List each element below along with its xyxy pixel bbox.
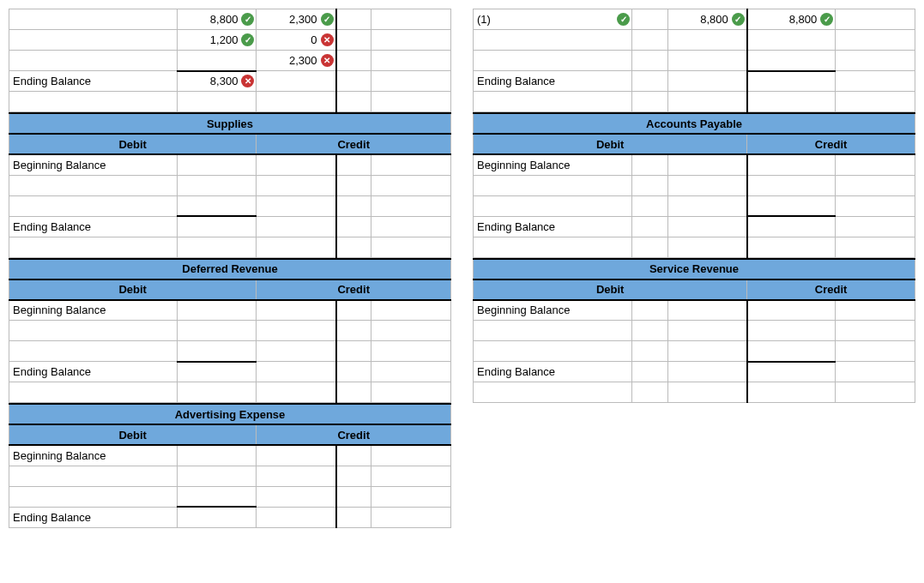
cell[interactable] bbox=[9, 9, 178, 30]
ending-balance-label: Ending Balance bbox=[9, 507, 178, 527]
value: 1,200 bbox=[210, 33, 239, 46]
value: 2,300 bbox=[289, 13, 317, 26]
account-title: Accounts Payable bbox=[474, 113, 915, 134]
account-title: Supplies bbox=[9, 113, 451, 134]
debit-header: Debit bbox=[474, 134, 747, 154]
value: 8,800 bbox=[789, 13, 818, 26]
credit-header: Credit bbox=[257, 134, 451, 154]
value: (1) bbox=[477, 13, 491, 26]
debit-header: Debit bbox=[9, 279, 257, 300]
value: 2,300 bbox=[289, 54, 317, 67]
credit-header: Credit bbox=[257, 424, 451, 445]
check-icon: ✓ bbox=[820, 13, 833, 26]
value: 0 bbox=[311, 33, 317, 46]
credit-header: Credit bbox=[257, 279, 451, 300]
deferred-revenue-table: Deferred Revenue DebitCredit Beginning B… bbox=[9, 258, 451, 404]
supplies-table: Supplies DebitCredit Beginning Balance E… bbox=[9, 112, 451, 258]
right-top-table: (1)✓ 8,800✓ 8,800✓ Ending Balance bbox=[473, 9, 915, 112]
beginning-balance-label: Beginning Balance bbox=[9, 445, 178, 466]
left-top-table: 8,800✓ 2,300✓ 1,200✓ 0✕ 2,300✕ Ending Ba… bbox=[9, 9, 451, 112]
service-revenue-table: Service Revenue DebitCredit Beginning Ba… bbox=[473, 258, 915, 404]
account-title: Advertising Expense bbox=[9, 404, 451, 424]
credit-header: Credit bbox=[747, 134, 915, 154]
credit-header: Credit bbox=[747, 279, 915, 300]
ending-balance-label: Ending Balance bbox=[9, 71, 178, 92]
debit-header: Debit bbox=[9, 134, 257, 154]
ending-balance-label: Ending Balance bbox=[474, 362, 632, 382]
ending-balance-label: Ending Balance bbox=[9, 216, 178, 237]
ending-balance-label: Ending Balance bbox=[9, 362, 178, 382]
beginning-balance-label: Beginning Balance bbox=[474, 300, 632, 321]
check-icon: ✓ bbox=[241, 33, 254, 46]
check-icon: ✓ bbox=[321, 13, 334, 26]
account-title: Service Revenue bbox=[474, 259, 915, 279]
beginning-balance-label: Beginning Balance bbox=[474, 154, 632, 175]
debit-header: Debit bbox=[474, 279, 747, 300]
beginning-balance-label: Beginning Balance bbox=[9, 154, 178, 175]
advertising-expense-table: Advertising Expense DebitCredit Beginnin… bbox=[9, 403, 451, 528]
x-icon: ✕ bbox=[321, 54, 334, 67]
value: 8,300 bbox=[210, 75, 239, 87]
check-icon: ✓ bbox=[732, 13, 745, 26]
ending-balance-label: Ending Balance bbox=[474, 216, 632, 237]
value: 8,800 bbox=[210, 13, 239, 26]
ending-balance-label: Ending Balance bbox=[474, 71, 632, 92]
check-icon: ✓ bbox=[241, 13, 254, 26]
value: 8,800 bbox=[700, 13, 728, 26]
beginning-balance-label: Beginning Balance bbox=[9, 300, 178, 321]
debit-header: Debit bbox=[9, 424, 257, 445]
x-icon: ✕ bbox=[321, 33, 334, 46]
check-icon: ✓ bbox=[617, 13, 630, 26]
accounts-payable-table: Accounts Payable DebitCredit Beginning B… bbox=[473, 112, 915, 258]
x-icon: ✕ bbox=[241, 75, 254, 87]
account-title: Deferred Revenue bbox=[9, 259, 451, 279]
